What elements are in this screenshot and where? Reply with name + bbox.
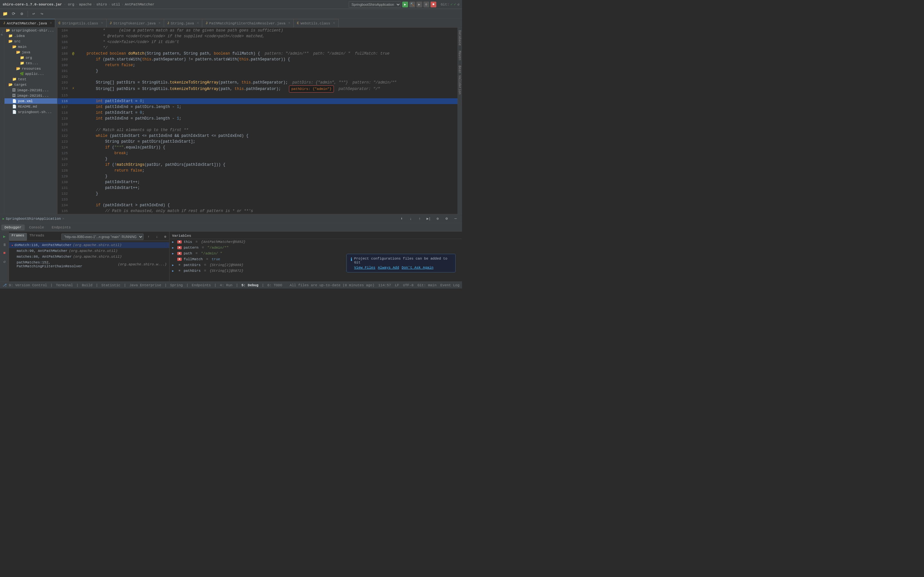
tab-stringtokenizer[interactable]: J StringTokenizer.java × <box>107 19 164 27</box>
profile-button[interactable]: ⚙ <box>423 2 429 7</box>
terminal-label[interactable]: Terminal <box>56 284 73 287</box>
redo-icon[interactable]: ↪ <box>38 10 46 18</box>
build-label[interactable]: Build <box>82 284 92 287</box>
tab-close-stringutils[interactable]: × <box>101 21 103 25</box>
tab-close-stringtokenizer[interactable]: × <box>159 21 161 25</box>
project-icon[interactable]: 📁 <box>1 10 9 18</box>
frame-down[interactable]: ↓ <box>153 233 161 241</box>
code-line-184: 184 * (else a pattern match as far as th… <box>58 27 458 34</box>
info-view-files[interactable]: View Files <box>354 266 375 269</box>
tree-srpingboot[interactable]: 📄 srpingboot-sh... <box>5 109 57 115</box>
root-folder-icon: 📂 <box>6 28 10 32</box>
var-expand-fullmatch[interactable]: ▶ <box>172 258 176 261</box>
debug-stop-btn[interactable]: ■ <box>1 250 8 257</box>
tree-pom-xml[interactable]: 📄 pom.xml <box>5 98 57 104</box>
frame-item-match[interactable]: match:90, AntPathMatcher (org.apache.shi… <box>9 248 169 254</box>
tree-java[interactable]: 📂 java <box>5 50 57 55</box>
frame-item-domatch[interactable]: ● doMatch:116, AntPathMatcher (org.apach… <box>9 242 169 248</box>
tree-root[interactable]: 📂 srspringboot-shir... <box>5 27 57 33</box>
frame-item-matches[interactable]: matches:86, AntPathMatcher (org.apache.s… <box>9 254 169 259</box>
var-expand-pathdirs[interactable]: ▶ <box>172 269 176 273</box>
var-expand-pattdirs[interactable]: ▶ <box>172 263 176 267</box>
var-type-icon-pattdirs: ≡ <box>177 263 182 267</box>
var-type-icon-pathdirs: ≡ <box>177 269 182 272</box>
refresh-icon[interactable]: ⟳ <box>10 10 17 18</box>
debug-tab-endpoints[interactable]: Endpoints <box>48 224 74 230</box>
coverage-button[interactable]: ▶ <box>416 2 422 7</box>
tab-close-antpathmatcher[interactable]: × <box>50 21 52 25</box>
debug-step-over[interactable]: ⬇ <box>398 215 405 222</box>
debug-tab-debugger[interactable]: Debugger <box>1 224 25 230</box>
tree-idea[interactable]: 📁 .idea <box>5 33 57 39</box>
undo-icon[interactable]: ↩ <box>30 10 38 18</box>
java-enterprise-label[interactable]: Java Enterprise <box>129 284 161 287</box>
statistic-label[interactable]: Statistic <box>101 284 121 287</box>
tree-resources[interactable]: 📂 resources <box>5 66 57 71</box>
debug-session-close[interactable]: × <box>62 217 64 221</box>
info-always-add[interactable]: Always Add <box>378 266 399 269</box>
tree-image1[interactable]: 🖼 image-202101... <box>5 87 57 93</box>
debug-evaluate[interactable]: ⚙ <box>434 215 442 222</box>
event-log-label[interactable]: Event Log <box>440 284 460 287</box>
database-panel-label[interactable]: Database <box>458 27 462 48</box>
code-line-123: 123 String patDir = pattDirs[pattIdxStar… <box>58 139 458 145</box>
tab-webutils[interactable]: C WebUtils.class × <box>294 19 338 27</box>
tab-close-webutils[interactable]: × <box>333 21 335 25</box>
tree-target[interactable]: 📂 target <box>5 82 57 87</box>
frame-up[interactable]: ↑ <box>145 233 153 241</box>
debug-pause-btn[interactable]: ⏸ <box>1 241 8 248</box>
frame-item-pathmatches[interactable]: pathMatches:152, PathMatchingFilterChain… <box>9 259 169 269</box>
tab-pathmatchingfilterchainresolver[interactable]: J PathMatchingFilterChainResolver.java × <box>202 19 294 27</box>
bean-validation-panel-label[interactable]: Bean Validation <box>458 63 462 97</box>
tree-image2[interactable]: 🖼 image-202101... <box>5 93 57 98</box>
todo-label[interactable]: 6: TODO <box>267 284 282 287</box>
debug-resume-btn[interactable]: ▶ <box>1 233 8 240</box>
debug-run-to-cursor[interactable]: ▶| <box>425 215 432 222</box>
lf-label[interactable]: LF <box>395 284 399 287</box>
var-expand-pattern[interactable]: ▶ <box>172 246 176 250</box>
java-folder-icon: 📂 <box>16 50 21 54</box>
project-panel-toggle[interactable]: P.. <box>1 29 4 37</box>
main-folder-icon: 📂 <box>12 45 17 49</box>
maven-panel-label[interactable]: Maven <box>458 48 462 63</box>
tab-stringutils[interactable]: C StringUtils.class × <box>55 19 106 27</box>
debug-label[interactable]: 5: Debug <box>241 284 259 287</box>
tree-readme[interactable]: 📄 README.md <box>5 104 57 109</box>
stop-button[interactable]: ■ <box>431 2 436 7</box>
var-expand-this[interactable]: ▶ <box>172 240 176 244</box>
thread-dropdown[interactable]: "http-nio-8080-exec-1"...n group "main":… <box>61 234 143 240</box>
version-control-label[interactable]: 9: Version Control <box>9 284 47 287</box>
var-item-this[interactable]: ▶ ● this = {AntPathMatcher@5852} <box>170 239 462 245</box>
tab-close-string[interactable]: × <box>197 21 199 25</box>
frames-sub-tab[interactable]: Frames <box>9 233 27 241</box>
var-expand-path[interactable]: ▶ <box>172 252 176 255</box>
debug-step-into[interactable]: ↓ <box>407 215 415 222</box>
run-label[interactable]: 4: Run <box>220 284 233 287</box>
settings-icon[interactable]: ⚙ <box>18 10 26 18</box>
tree-tes[interactable]: 📁 tes... <box>5 60 57 66</box>
threads-sub-tab[interactable]: Threads <box>27 233 47 241</box>
debug-restart-btn[interactable]: ↺ <box>1 258 8 265</box>
endpoints-label[interactable]: Endpoints <box>192 284 211 287</box>
run-config-selector[interactable]: SpringbootShiroApplication <box>349 1 401 8</box>
debug-step-out[interactable]: ↑ <box>416 215 423 222</box>
tree-org[interactable]: 📁 org <box>5 55 57 60</box>
tab-close-pathmatchingfilterchainresolver[interactable]: × <box>288 21 290 25</box>
frame-filter[interactable]: ⚙ <box>161 233 169 241</box>
debug-close[interactable]: — <box>452 215 460 222</box>
debug-settings[interactable]: ⚙ <box>443 215 450 222</box>
tree-src[interactable]: 📂 src <box>5 39 57 44</box>
run-button[interactable]: ▶ <box>402 2 408 7</box>
info-dont-ask[interactable]: Don't Ask Again <box>402 266 434 269</box>
tab-antpathmatcher[interactable]: J AntPathMatcher.java × <box>0 19 55 27</box>
spring-label[interactable]: Spring <box>170 284 183 287</box>
debug-tab-console[interactable]: Console <box>26 224 47 230</box>
tree-main[interactable]: 📂 main <box>5 44 57 50</box>
var-item-pattern[interactable]: ▶ ● pattern = "/admin/*" <box>170 245 462 251</box>
tree-applic[interactable]: 🌿 applic... <box>5 71 57 76</box>
tab-string[interactable]: J String.java × <box>164 19 202 27</box>
encoding-label[interactable]: UTF-8 <box>403 284 413 287</box>
debug-build-button[interactable]: 🔨 <box>409 2 415 7</box>
tree-test[interactable]: 📁 test <box>5 76 57 82</box>
code-line-134: 134 if (pathIdxStart > pathIdxEnd) { <box>58 202 458 208</box>
